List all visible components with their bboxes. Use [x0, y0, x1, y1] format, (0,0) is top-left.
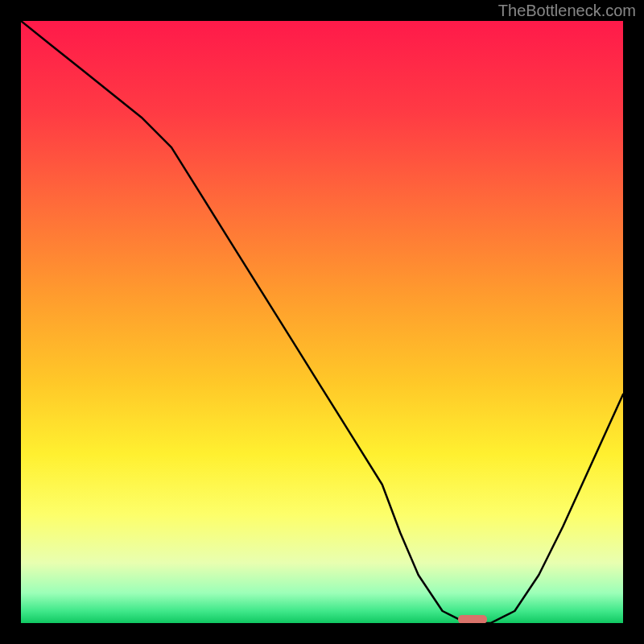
bottleneck-chart [21, 21, 623, 623]
gradient-background [21, 21, 623, 623]
watermark-text: TheBottleneck.com [498, 2, 636, 20]
optimal-marker [458, 615, 487, 623]
chart-svg [21, 21, 623, 623]
